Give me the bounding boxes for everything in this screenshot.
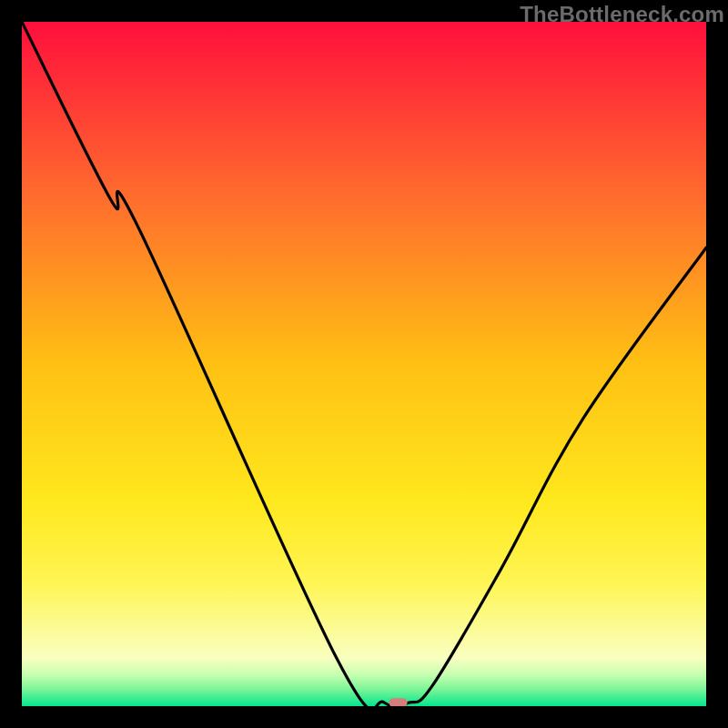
chart-container: { "watermark": "TheBottleneck.com", "cha… <box>0 0 728 728</box>
bottleneck-chart <box>22 22 706 706</box>
plot-area <box>22 22 706 706</box>
gradient-background <box>22 22 706 706</box>
optimal-marker <box>389 698 408 706</box>
